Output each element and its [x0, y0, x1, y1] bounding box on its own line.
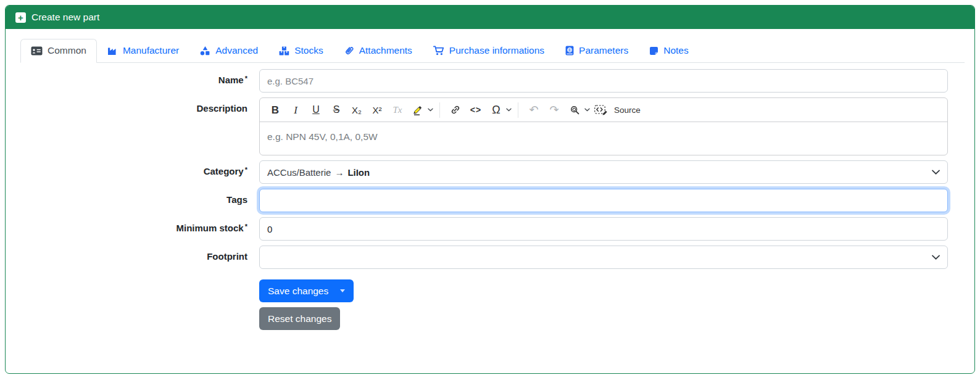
category-label: Category* [20, 160, 247, 176]
required-marker: * [245, 223, 247, 230]
sticky-note-icon [649, 46, 658, 56]
strikethrough-icon[interactable]: S [327, 101, 346, 119]
required-marker: * [245, 75, 247, 82]
chevron-down-icon [506, 108, 512, 112]
book-atlas-icon [565, 46, 574, 56]
reset-button[interactable]: Reset changes [259, 307, 340, 330]
shopping-cart-icon [433, 46, 444, 56]
special-characters-dropdown[interactable]: Ω [487, 101, 512, 119]
save-row: Save changes [20, 279, 948, 302]
category-selected-value: LiIon [347, 167, 370, 178]
footprint-select[interactable] [259, 246, 948, 269]
card-header: + Create new part [6, 6, 974, 29]
tab-attachments[interactable]: Attachments [334, 39, 423, 63]
footprint-label: Footprint [20, 246, 247, 262]
tags-input[interactable] [259, 189, 948, 212]
id-card-icon [31, 46, 43, 56]
tab-label: Stocks [294, 45, 323, 56]
source-button[interactable]: Source [592, 101, 641, 119]
factory-icon [107, 46, 118, 56]
category-select[interactable]: ACCus/Batterie → LiIon [259, 160, 948, 184]
category-arrow: → [334, 167, 344, 178]
category-row: Category* ACCus/Batterie → LiIon [20, 160, 948, 184]
tab-label: Advanced [215, 45, 258, 56]
tab-common[interactable]: Common [20, 39, 97, 63]
chevron-down-icon [428, 108, 433, 112]
shapes-icon [200, 46, 210, 56]
highlight-icon [412, 104, 424, 115]
toolbar-separator [518, 102, 518, 118]
tab-purchase-informations[interactable]: Purchase informations [423, 39, 555, 63]
remove-format-icon[interactable]: Tx [388, 101, 407, 119]
description-label: Description [20, 97, 247, 114]
paperclip-icon [344, 46, 354, 56]
description-editing-area[interactable]: e.g. NPN 45V, 0,1A, 0,5W [260, 122, 947, 155]
reset-row: Reset changes [20, 307, 948, 330]
create-part-card: + Create new part Common Manufacturer [5, 5, 975, 374]
page-title: Create new part [31, 12, 99, 23]
tab-manufacturer[interactable]: Manufacturer [97, 39, 189, 63]
tab-label: Attachments [359, 45, 412, 56]
description-editor: B I U S X₂ X² Tx [259, 97, 948, 155]
source-label: Source [614, 105, 641, 115]
underline-icon[interactable]: U [307, 101, 325, 119]
toolbar-separator [439, 102, 440, 118]
required-marker: * [245, 166, 247, 173]
highlight-dropdown[interactable] [409, 101, 433, 119]
link-icon[interactable] [446, 101, 465, 119]
superscript-icon[interactable]: X² [368, 101, 386, 119]
code-icon[interactable]: <> [467, 101, 485, 119]
create-part-form: Name* Description B I U S X₂ X² [20, 69, 965, 330]
boxes-icon [279, 46, 289, 56]
tab-label: Common [48, 45, 86, 56]
italic-icon[interactable]: I [286, 101, 305, 119]
tab-label: Purchase informations [449, 45, 544, 56]
tab-advanced[interactable]: Advanced [189, 39, 268, 63]
find-and-replace-icon [570, 105, 580, 115]
category-parent-path: ACCus/Batterie [267, 167, 331, 178]
tab-label: Notes [663, 45, 689, 56]
name-input[interactable] [259, 69, 948, 93]
tab-label: Manufacturer [123, 45, 179, 56]
source-icon [594, 105, 608, 115]
description-row: Description B I U S X₂ X² Tx [20, 97, 948, 155]
chevron-down-icon [584, 108, 590, 112]
minimum-stock-row: Minimum stock* [20, 217, 948, 241]
minimum-stock-input[interactable] [259, 217, 948, 241]
name-label: Name* [20, 69, 247, 85]
name-row: Name* [20, 69, 948, 93]
editor-toolbar: B I U S X₂ X² Tx [260, 98, 947, 122]
footprint-row: Footprint [20, 246, 948, 269]
description-placeholder: e.g. NPN 45V, 0,1A, 0,5W [267, 131, 378, 142]
save-button[interactable]: Save changes [259, 279, 354, 302]
bold-icon[interactable]: B [266, 101, 284, 119]
tab-parameters[interactable]: Parameters [555, 39, 639, 63]
plus-square-icon: + [15, 12, 26, 23]
minimum-stock-label: Minimum stock* [20, 217, 247, 233]
tab-label: Parameters [579, 45, 628, 56]
tab-bar: Common Manufacturer Advanced [20, 39, 965, 63]
tab-stocks[interactable]: Stocks [268, 39, 334, 63]
tags-label: Tags [20, 189, 247, 205]
redo-icon[interactable]: ↷ [545, 101, 563, 119]
subscript-icon[interactable]: X₂ [347, 101, 366, 119]
tab-notes[interactable]: Notes [639, 39, 699, 63]
find-replace-dropdown[interactable] [565, 101, 590, 119]
tags-row: Tags [20, 189, 948, 212]
special-characters-icon: Ω [487, 101, 505, 119]
undo-icon[interactable]: ↶ [525, 101, 543, 119]
dropdown-caret-icon [340, 289, 345, 292]
